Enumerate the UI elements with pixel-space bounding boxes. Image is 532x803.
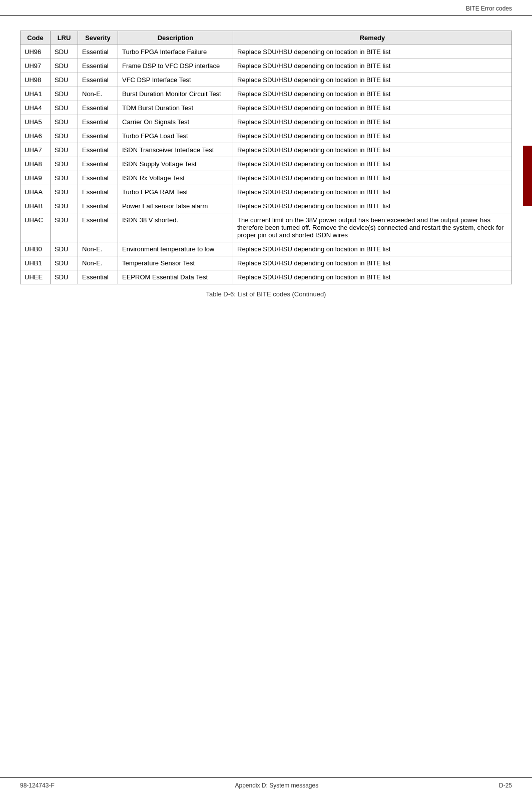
cell-remedy: Replace SDU/HSU depending on location in… — [233, 59, 512, 73]
cell-code: UHAC — [21, 213, 51, 242]
cell-lru: SDU — [51, 73, 78, 87]
cell-description: Turbo FPGA Load Test — [118, 129, 233, 143]
table-row: UHAASDUEssentialTurbo FPGA RAM TestRepla… — [21, 185, 512, 199]
table-row: UH97SDUEssentialFrame DSP to VFC DSP int… — [21, 59, 512, 73]
footer-center: Appendix D: System messages — [235, 782, 318, 789]
cell-severity: Essential — [78, 73, 118, 87]
cell-description: EEPROM Essential Data Test — [118, 270, 233, 284]
col-header-remedy: Remedy — [233, 31, 512, 45]
cell-remedy: Replace SDU/HSU depending on location in… — [233, 256, 512, 270]
cell-lru: SDU — [51, 115, 78, 129]
cell-severity: Essential — [78, 171, 118, 185]
cell-remedy: Replace SDU/HSU depending on location in… — [233, 87, 512, 101]
cell-code: UHAB — [21, 199, 51, 213]
cell-lru: SDU — [51, 129, 78, 143]
cell-code: UHB1 — [21, 256, 51, 270]
cell-lru: SDU — [51, 270, 78, 284]
cell-severity: Essential — [78, 270, 118, 284]
table-row: UHEESDUEssentialEEPROM Essential Data Te… — [21, 270, 512, 284]
cell-remedy: The current limit on the 38V power outpu… — [233, 213, 512, 242]
cell-severity: Essential — [78, 199, 118, 213]
col-header-code: Code — [21, 31, 51, 45]
cell-description: Temperature Sensor Test — [118, 256, 233, 270]
table-row: UHB0SDUNon-E.Environment temperature to … — [21, 242, 512, 256]
cell-code: UHAA — [21, 185, 51, 199]
col-header-description: Description — [118, 31, 233, 45]
table-header-row: Code LRU Severity Description Remedy — [21, 31, 512, 45]
table-row: UHABSDUEssentialPower Fail sensor false … — [21, 199, 512, 213]
table-caption: Table D-6: List of BITE codes (Continued… — [20, 290, 512, 298]
col-header-severity: Severity — [78, 31, 118, 45]
cell-remedy: Replace SDU/HSU depending on location in… — [233, 101, 512, 115]
cell-severity: Essential — [78, 101, 118, 115]
cell-remedy: Replace SDU/HSU depending on location in… — [233, 185, 512, 199]
cell-description: Burst Duration Monitor Circuit Test — [118, 87, 233, 101]
cell-code: UH97 — [21, 59, 51, 73]
cell-lru: SDU — [51, 199, 78, 213]
cell-remedy: Replace SDU/HSU depending on location in… — [233, 171, 512, 185]
cell-lru: SDU — [51, 242, 78, 256]
cell-description: VFC DSP Interface Test — [118, 73, 233, 87]
cell-remedy: Replace SDU/HSU depending on location in… — [233, 45, 512, 59]
cell-lru: SDU — [51, 185, 78, 199]
cell-description: Carrier On Signals Test — [118, 115, 233, 129]
table-row: UHACSDUEssentialISDN 38 V shorted.The cu… — [21, 213, 512, 242]
cell-lru: SDU — [51, 87, 78, 101]
cell-code: UHB0 — [21, 242, 51, 256]
table-row: UH98SDUEssentialVFC DSP Interface TestRe… — [21, 73, 512, 87]
cell-severity: Essential — [78, 157, 118, 171]
cell-severity: Non-E. — [78, 256, 118, 270]
cell-remedy: Replace SDU/HSU depending on location in… — [233, 129, 512, 143]
side-tab — [523, 146, 532, 206]
cell-severity: Essential — [78, 59, 118, 73]
cell-severity: Essential — [78, 115, 118, 129]
cell-code: UHA7 — [21, 143, 51, 157]
cell-remedy: Replace SDU/HSU depending on location in… — [233, 115, 512, 129]
cell-description: Power Fail sensor false alarm — [118, 199, 233, 213]
cell-code: UHA6 — [21, 129, 51, 143]
cell-lru: SDU — [51, 157, 78, 171]
cell-code: UHA9 — [21, 171, 51, 185]
table-row: UHA6SDUEssentialTurbo FPGA Load TestRepl… — [21, 129, 512, 143]
cell-lru: SDU — [51, 101, 78, 115]
footer-left: 98-124743-F — [20, 782, 55, 789]
col-header-lru: LRU — [51, 31, 78, 45]
cell-remedy: Replace SDU/HSU depending on location in… — [233, 242, 512, 256]
page-footer: 98-124743-F Appendix D: System messages … — [0, 777, 532, 793]
content-area: Code LRU Severity Description Remedy UH9… — [0, 16, 532, 308]
cell-code: UH96 — [21, 45, 51, 59]
cell-severity: Essential — [78, 129, 118, 143]
cell-lru: SDU — [51, 143, 78, 157]
cell-remedy: Replace SDU/HSU depending on location in… — [233, 270, 512, 284]
cell-description: ISDN 38 V shorted. — [118, 213, 233, 242]
cell-code: UHA4 — [21, 101, 51, 115]
table-row: UH96SDUEssentialTurbo FPGA Interface Fai… — [21, 45, 512, 59]
table-row: UHA1SDUNon-E.Burst Duration Monitor Circ… — [21, 87, 512, 101]
cell-code: UHA8 — [21, 157, 51, 171]
cell-lru: SDU — [51, 171, 78, 185]
cell-description: ISDN Transceiver Interface Test — [118, 143, 233, 157]
cell-code: UHEE — [21, 270, 51, 284]
cell-code: UHA1 — [21, 87, 51, 101]
cell-severity: Essential — [78, 213, 118, 242]
cell-severity: Non-E. — [78, 242, 118, 256]
cell-description: Frame DSP to VFC DSP interface — [118, 59, 233, 73]
cell-description: ISDN Supply Voltage Test — [118, 157, 233, 171]
cell-lru: SDU — [51, 59, 78, 73]
page-header: BITE Error codes — [0, 0, 532, 16]
table-row: UHA4SDUEssentialTDM Burst Duration TestR… — [21, 101, 512, 115]
cell-code: UHA5 — [21, 115, 51, 129]
table-row: UHA7SDUEssentialISDN Transceiver Interfa… — [21, 143, 512, 157]
cell-remedy: Replace SDU/HSU depending on location in… — [233, 73, 512, 87]
cell-severity: Essential — [78, 45, 118, 59]
cell-remedy: Replace SDU/HSU depending on location in… — [233, 157, 512, 171]
cell-lru: SDU — [51, 213, 78, 242]
cell-remedy: Replace SDU/HSU depending on location in… — [233, 199, 512, 213]
table-row: UHB1SDUNon-E.Temperature Sensor TestRepl… — [21, 256, 512, 270]
table-row: UHA8SDUEssentialISDN Supply Voltage Test… — [21, 157, 512, 171]
cell-severity: Non-E. — [78, 87, 118, 101]
table-row: UHA5SDUEssentialCarrier On Signals TestR… — [21, 115, 512, 129]
footer-right: D-25 — [499, 782, 512, 789]
cell-description: Turbo FPGA RAM Test — [118, 185, 233, 199]
table-row: UHA9SDUEssentialISDN Rx Voltage TestRepl… — [21, 171, 512, 185]
